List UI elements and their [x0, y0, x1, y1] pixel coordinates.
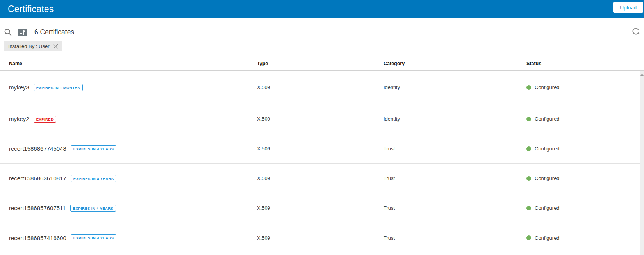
cert-status: Configured	[526, 175, 640, 181]
cert-name: recert1586867745048	[9, 145, 66, 152]
status-label: Configured	[535, 175, 560, 181]
app-header-bar: Certificates Upload	[0, 0, 644, 18]
table-row[interactable]: mykey3 EXPIRES IN 1 MONTHS X.509 Identit…	[0, 71, 640, 104]
cert-category: Trust	[384, 175, 526, 181]
table-body: mykey3 EXPIRES IN 1 MONTHS X.509 Identit…	[0, 71, 644, 253]
cert-type: X.509	[257, 175, 384, 181]
table-row[interactable]: recert1586863610817 EXPIRES IN 4 YEARS X…	[0, 164, 640, 193]
expiry-badge: EXPIRES IN 4 YEARS	[71, 145, 117, 152]
status-dot-icon	[526, 176, 531, 181]
status-label: Configured	[535, 205, 560, 211]
cert-status: Configured	[526, 84, 640, 90]
cert-status: Configured	[526, 116, 640, 122]
column-header-category[interactable]: Category	[384, 61, 526, 66]
status-label: Configured	[535, 146, 560, 152]
expiry-badge: EXPIRES IN 4 YEARS	[70, 205, 116, 212]
search-icon[interactable]	[4, 28, 12, 36]
table-row[interactable]: recert1586857607511 EXPIRES IN 4 YEARS X…	[0, 193, 640, 223]
status-label: Configured	[535, 84, 560, 90]
status-dot-icon	[526, 85, 531, 90]
table-header-row: Name Type Category Status	[0, 57, 644, 71]
cert-status: Configured	[526, 205, 640, 211]
cert-name: recert1586857607511	[9, 205, 66, 211]
table-row[interactable]: recert1586857416600 EXPIRES IN 4 YEARS X…	[0, 223, 640, 253]
cert-type: X.509	[257, 146, 384, 152]
filter-sliders-icon[interactable]	[18, 29, 27, 36]
expiry-badge: EXPIRES IN 4 YEARS	[71, 234, 117, 241]
cert-category: Identity	[384, 116, 526, 122]
expiry-badge: EXPIRES IN 1 MONTHS	[34, 84, 83, 91]
cert-type: X.509	[257, 84, 384, 90]
table-row[interactable]: mykey2 EXPIRED X.509 Identity Configured	[0, 104, 640, 134]
status-dot-icon	[526, 117, 531, 121]
upload-button[interactable]: Upload	[613, 2, 643, 13]
cert-type: X.509	[257, 235, 384, 241]
column-header-name[interactable]: Name	[9, 61, 257, 66]
cert-category: Trust	[384, 235, 526, 241]
status-dot-icon	[526, 206, 531, 210]
column-header-status[interactable]: Status	[526, 61, 644, 66]
page-title: Certificates	[8, 4, 54, 14]
status-dot-icon	[526, 146, 531, 151]
chip-close-x-icon[interactable]	[53, 44, 58, 49]
cert-category: Identity	[384, 84, 526, 90]
toolbar: 6 Certificates	[0, 23, 644, 41]
expiry-badge: EXPIRED	[34, 116, 57, 123]
column-header-type[interactable]: Type	[257, 61, 384, 66]
table-row[interactable]: recert1586867745048 EXPIRES IN 4 YEARS X…	[0, 134, 640, 164]
refresh-icon[interactable]	[631, 27, 640, 36]
cert-category: Trust	[384, 146, 526, 152]
cert-name: mykey2	[9, 116, 29, 122]
scrollbar-up-arrow-icon[interactable]	[640, 73, 644, 76]
filter-chip-label: Installed By : User	[8, 43, 50, 49]
vertical-scrollbar[interactable]	[640, 71, 644, 255]
cert-type: X.509	[257, 205, 384, 211]
status-label: Configured	[535, 116, 560, 122]
expiry-badge: EXPIRES IN 4 YEARS	[71, 175, 117, 182]
cert-category: Trust	[384, 205, 526, 211]
cert-name: mykey3	[9, 84, 29, 91]
status-dot-icon	[526, 235, 531, 240]
active-filters-row: Installed By : User	[0, 41, 644, 51]
status-label: Configured	[535, 235, 560, 241]
cert-type: X.509	[257, 116, 384, 122]
certificate-count: 6 Certificates	[34, 28, 74, 36]
cert-status: Configured	[526, 235, 640, 241]
cert-status: Configured	[526, 146, 640, 152]
cert-name: recert1586863610817	[9, 175, 66, 182]
filter-chip-installed-by-user: Installed By : User	[4, 41, 62, 51]
cert-name: recert1586857416600	[9, 235, 66, 241]
